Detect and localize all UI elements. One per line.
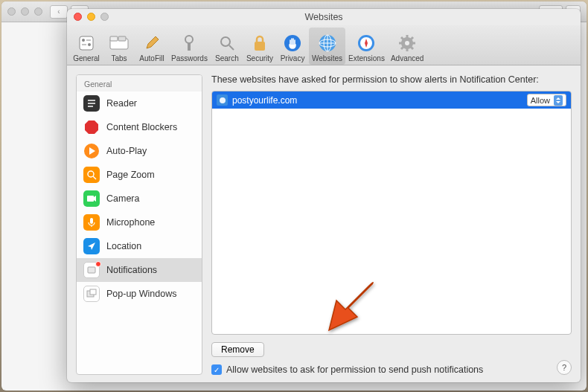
toolbar-security[interactable]: Security <box>243 28 276 65</box>
svg-point-22 <box>405 41 409 45</box>
checkbox-label: Allow websites to ask for permission to … <box>226 364 483 375</box>
svg-line-11 <box>229 45 234 50</box>
svg-point-37 <box>88 171 94 177</box>
minimize-button[interactable] <box>87 13 95 21</box>
chevron-updown-icon <box>554 95 563 106</box>
svg-line-27 <box>401 37 403 39</box>
allow-ask-checkbox[interactable]: ✓ <box>211 364 222 375</box>
preferences-toolbar: General Tabs AutoFill Passwords Search S… <box>67 25 581 65</box>
site-favicon-icon <box>217 94 228 106</box>
sidebar-label: Microphone <box>106 217 155 228</box>
microphone-icon <box>83 214 100 231</box>
sidebar-label: Auto-Play <box>106 146 147 156</box>
zoom-button <box>100 13 109 21</box>
badge-icon <box>95 261 101 267</box>
help-button[interactable]: ? <box>557 360 572 375</box>
outer-zoom-icon <box>34 7 42 16</box>
svg-line-30 <box>411 37 413 39</box>
play-icon <box>83 143 100 159</box>
svg-rect-41 <box>90 218 93 224</box>
svg-point-1 <box>82 39 85 42</box>
hand-icon <box>282 33 303 54</box>
svg-marker-40 <box>94 196 96 202</box>
toolbar-search[interactable]: Search <box>211 28 243 65</box>
outer-minimize-icon <box>21 7 29 16</box>
sidebar-label: Camera <box>106 193 139 204</box>
sidebar-label: Notifications <box>106 265 157 275</box>
sidebar-label: Pop-up Windows <box>106 289 177 299</box>
sidebar-item-microphone[interactable]: Microphone <box>77 211 202 234</box>
preferences-window: Websites General Tabs AutoFill Passwords… <box>67 9 581 382</box>
svg-rect-6 <box>110 36 118 41</box>
svg-marker-34 <box>85 121 98 134</box>
svg-marker-49 <box>556 101 560 103</box>
svg-rect-12 <box>255 42 265 51</box>
svg-marker-48 <box>556 97 560 100</box>
compass-icon <box>356 33 377 54</box>
stop-icon <box>83 119 100 135</box>
toolbar-privacy[interactable]: Privacy <box>276 28 309 65</box>
camera-icon <box>83 190 100 207</box>
svg-rect-44 <box>88 267 95 273</box>
svg-rect-9 <box>188 43 191 51</box>
reader-icon <box>83 95 100 112</box>
lock-icon <box>249 33 270 54</box>
svg-line-29 <box>401 47 403 49</box>
sidebar-item-popup-windows[interactable]: Pop-up Windows <box>77 282 202 306</box>
search-icon <box>217 33 237 54</box>
sidebar-label: Content Blockers <box>106 122 177 132</box>
gear-icon <box>397 33 418 54</box>
svg-point-8 <box>185 36 193 43</box>
sidebar-item-content-blockers[interactable]: Content Blockers <box>77 115 202 139</box>
sidebar-label: Location <box>106 241 141 251</box>
pencil-icon <box>141 33 162 54</box>
back-button[interactable]: ‹ <box>50 5 68 19</box>
remove-button[interactable]: Remove <box>211 342 264 357</box>
outer-close-icon <box>7 7 16 16</box>
sidebar-label: Page Zoom <box>106 170 155 180</box>
sidebar-header: General <box>77 75 202 91</box>
description-text: These websites have asked for permission… <box>211 74 572 85</box>
window-title: Websites <box>304 12 342 22</box>
svg-point-47 <box>220 97 226 103</box>
switches-icon <box>76 33 97 54</box>
sidebar-item-location[interactable]: Location <box>77 234 202 258</box>
svg-rect-39 <box>87 196 94 202</box>
toolbar-general[interactable]: General <box>70 28 103 65</box>
main-panel: These websites have asked for permission… <box>211 74 572 375</box>
sidebar-item-notifications[interactable]: Notifications <box>77 258 202 282</box>
tabs-icon <box>109 33 130 54</box>
site-name: postyourlife.com <box>232 95 523 106</box>
toolbar-websites[interactable]: Websites <box>309 28 345 65</box>
svg-point-10 <box>221 37 230 46</box>
toolbar-tabs[interactable]: Tabs <box>103 28 135 65</box>
svg-rect-7 <box>118 36 126 41</box>
titlebar: Websites <box>67 9 581 25</box>
sidebar: General Reader Content Blockers Auto-Pla… <box>76 74 202 375</box>
site-list[interactable]: postyourlife.com Allow <box>211 91 572 335</box>
sidebar-item-reader[interactable]: Reader <box>77 91 202 115</box>
svg-point-3 <box>88 43 91 46</box>
svg-line-38 <box>93 176 96 179</box>
svg-line-28 <box>411 47 413 49</box>
sidebar-item-camera[interactable]: Camera <box>77 187 202 211</box>
site-row[interactable]: postyourlife.com Allow <box>212 91 571 109</box>
close-button[interactable] <box>74 13 82 21</box>
svg-marker-43 <box>88 242 95 250</box>
svg-rect-46 <box>90 289 96 295</box>
sidebar-item-auto-play[interactable]: Auto-Play <box>77 139 202 163</box>
zoom-icon <box>83 167 100 183</box>
globe-icon <box>317 33 338 54</box>
toolbar-autofill[interactable]: AutoFill <box>135 28 168 65</box>
toolbar-extensions[interactable]: Extensions <box>345 28 388 65</box>
location-icon <box>83 238 100 254</box>
sidebar-label: Reader <box>106 98 137 109</box>
svg-rect-0 <box>80 36 93 50</box>
permission-select[interactable]: Allow <box>527 94 566 106</box>
key-icon <box>179 33 199 54</box>
sidebar-item-page-zoom[interactable]: Page Zoom <box>77 163 202 187</box>
toolbar-passwords[interactable]: Passwords <box>168 28 211 65</box>
toolbar-advanced[interactable]: Advanced <box>388 28 426 65</box>
popup-icon <box>83 286 100 302</box>
